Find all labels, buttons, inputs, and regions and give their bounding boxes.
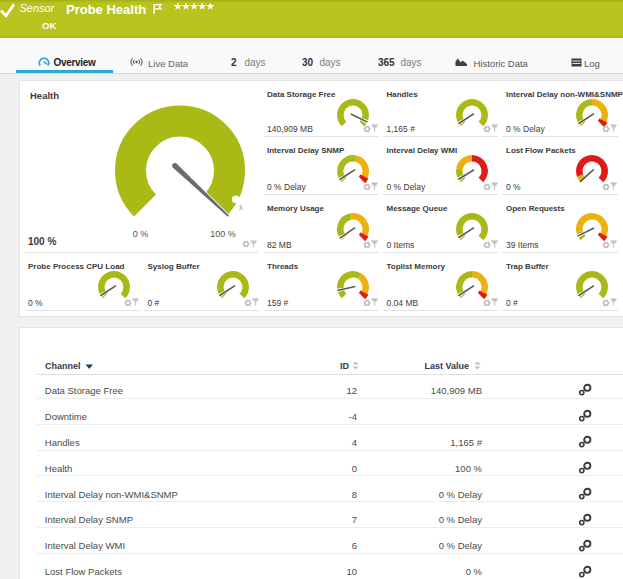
svg-text:x̄: x̄ — [239, 203, 243, 212]
